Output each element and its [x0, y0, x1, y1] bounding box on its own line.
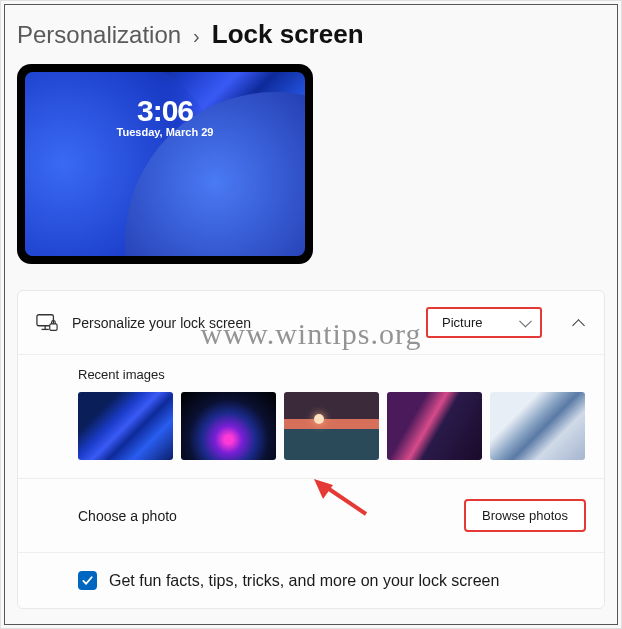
- chevron-up-icon[interactable]: [572, 316, 586, 330]
- personalize-row[interactable]: Personalize your lock screen Picture: [18, 291, 604, 355]
- browse-photos-button[interactable]: Browse photos: [464, 499, 586, 532]
- preview-date: Tuesday, March 29: [25, 126, 305, 138]
- svg-rect-3: [50, 323, 57, 329]
- recent-images-section: Recent images: [18, 355, 604, 479]
- preview-time: 3:06: [25, 94, 305, 128]
- recent-image-thumb[interactable]: [490, 392, 585, 460]
- lock-screen-preview: 3:06 Tuesday, March 29: [17, 64, 313, 264]
- recent-image-thumb[interactable]: [387, 392, 482, 460]
- choose-photo-row: Choose a photo Browse photos: [18, 479, 604, 553]
- chevron-right-icon: ›: [193, 25, 200, 48]
- check-icon: [81, 574, 94, 587]
- dropdown-value: Picture: [442, 315, 482, 330]
- recent-image-thumb[interactable]: [78, 392, 173, 460]
- fun-facts-label: Get fun facts, tips, tricks, and more on…: [109, 572, 499, 590]
- recent-image-thumb[interactable]: [284, 392, 379, 460]
- fun-facts-checkbox[interactable]: [78, 571, 97, 590]
- breadcrumb-parent[interactable]: Personalization: [17, 21, 181, 49]
- breadcrumb: Personalization › Lock screen: [17, 19, 605, 50]
- preview-wallpaper: 3:06 Tuesday, March 29: [25, 72, 305, 256]
- page-title: Lock screen: [212, 19, 364, 50]
- recent-image-thumb[interactable]: [181, 392, 276, 460]
- recent-images-list: [78, 392, 586, 460]
- choose-photo-label: Choose a photo: [78, 508, 464, 524]
- recent-images-title: Recent images: [78, 367, 586, 382]
- monitor-lock-icon: [36, 313, 58, 333]
- personalize-label: Personalize your lock screen: [72, 315, 412, 331]
- preview-clock: 3:06 Tuesday, March 29: [25, 94, 305, 138]
- background-type-dropdown[interactable]: Picture: [426, 307, 542, 338]
- fun-facts-row[interactable]: Get fun facts, tips, tricks, and more on…: [18, 553, 604, 608]
- lock-screen-panel: Personalize your lock screen Picture Rec…: [17, 290, 605, 609]
